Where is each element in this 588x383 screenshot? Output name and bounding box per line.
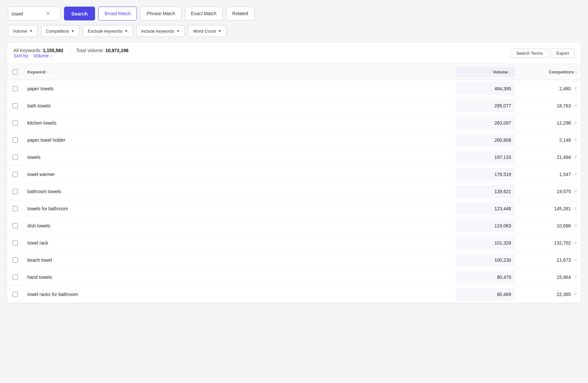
all-keywords-value: 1,155,582 — [43, 48, 63, 53]
search-button[interactable]: Search — [64, 7, 95, 20]
search-input[interactable] — [12, 11, 45, 16]
clear-icon[interactable]: ✕ — [46, 11, 50, 17]
sort-value: Volume — [33, 53, 49, 58]
divider: | — [69, 48, 71, 53]
volume-cell: 263,097 — [456, 116, 515, 130]
keyword-cell: bathroom towels — [23, 185, 456, 198]
table-row: towels for bathroom 123,448 145,261 ↗ — [7, 200, 581, 217]
competitors-sort-icon: ↕ — [575, 70, 577, 74]
table-row: kitchen towels 263,097 12,298 ↗ — [7, 114, 581, 132]
keyword-cell: towels for bathroom — [23, 202, 456, 215]
exclude-keywords-label: Exclude keywords — [88, 29, 122, 34]
external-link-icon[interactable]: ↗ — [573, 137, 577, 142]
summary-row: All Keywords: 1,155,582 | Total Volume: … — [7, 43, 581, 64]
row-checkbox-cell — [7, 288, 23, 301]
row-checkbox[interactable] — [13, 223, 18, 228]
row-checkbox-cell — [7, 185, 23, 198]
external-link-icon[interactable]: ↗ — [573, 275, 577, 280]
summary-actions: Search Terms Export — [510, 48, 574, 58]
total-volume-label: Total Volume: — [76, 48, 104, 53]
row-checkbox-cell — [7, 133, 23, 147]
row-checkbox[interactable] — [13, 292, 18, 297]
competitors-chevron-icon: ▼ — [71, 29, 75, 33]
row-checkbox[interactable] — [13, 120, 18, 126]
word-count-label: Word Count — [193, 29, 216, 34]
keyword-cell: towel warmer — [23, 168, 456, 181]
exclude-keywords-filter[interactable]: Exclude keywords ▼ — [83, 25, 133, 37]
keyword-col-header[interactable]: Keyword ↕ — [23, 67, 456, 77]
competitors-cell: 21,494 ↗ — [515, 151, 581, 164]
external-link-icon[interactable]: ↗ — [573, 155, 577, 160]
keyword-col-label: Keyword — [27, 70, 46, 74]
table-row: towel racks for bathroom 80,469 22,365 ↗ — [7, 286, 581, 303]
row-checkbox[interactable] — [13, 275, 18, 280]
volume-filter[interactable]: Volume ▼ — [8, 25, 38, 37]
volume-cell: 176,519 — [456, 168, 515, 181]
keyword-cell: towel racks for bathroom — [23, 288, 456, 301]
row-checkbox[interactable] — [13, 86, 18, 91]
include-keywords-filter[interactable]: Include keywords ▼ — [136, 25, 185, 37]
row-checkbox-cell — [7, 99, 23, 112]
row-checkbox-cell — [7, 236, 23, 250]
competitors-cell: 2,480 ↗ — [515, 82, 581, 95]
row-checkbox[interactable] — [13, 240, 18, 246]
select-all-checkbox[interactable] — [13, 69, 18, 74]
table-row: towel rack 101,329 132,702 ↗ — [7, 234, 581, 251]
competitors-cell: 1,547 ↗ — [515, 168, 581, 181]
external-link-icon[interactable]: ↗ — [573, 86, 577, 91]
external-link-icon[interactable]: ↗ — [573, 172, 577, 177]
row-checkbox[interactable] — [13, 103, 18, 108]
table-row: towel warmer 176,519 1,547 ↗ — [7, 166, 581, 183]
external-link-icon[interactable]: ↗ — [573, 240, 577, 245]
keyword-sort-icon: ↕ — [47, 70, 49, 74]
row-checkbox[interactable] — [13, 189, 18, 194]
word-count-filter[interactable]: Word Count ▼ — [188, 25, 226, 37]
volume-col-label: Volume — [493, 70, 508, 74]
external-link-icon[interactable]: ↗ — [573, 120, 577, 125]
volume-cell: 139,621 — [456, 185, 515, 198]
external-link-icon[interactable]: ↗ — [573, 103, 577, 108]
row-checkbox-cell — [7, 116, 23, 130]
external-link-icon[interactable]: ↗ — [573, 206, 577, 211]
competitors-filter[interactable]: Competitors ▼ — [41, 25, 80, 37]
broad-match-button[interactable]: Broad Match — [98, 7, 137, 20]
volume-col-header[interactable]: Volume ↓ — [456, 67, 515, 77]
volume-cell: 260,808 — [456, 133, 515, 147]
content-area: All Keywords: 1,155,582 | Total Volume: … — [7, 42, 581, 303]
search-box: ✕ — [8, 7, 61, 20]
row-checkbox-cell — [7, 151, 23, 164]
include-keywords-label: Include keywords — [141, 29, 174, 34]
table-row: hand towels 80,479 15,964 ↗ — [7, 269, 581, 286]
competitors-cell: 18,763 ↗ — [515, 99, 581, 112]
row-checkbox[interactable] — [13, 137, 18, 143]
external-link-icon[interactable]: ↗ — [573, 257, 577, 262]
external-link-icon[interactable]: ↗ — [573, 189, 577, 194]
row-checkbox-cell — [7, 82, 23, 95]
keyword-cell: bath towels — [23, 99, 456, 112]
phrase-match-button[interactable]: Phrase Match — [140, 7, 181, 20]
row-checkbox-cell — [7, 253, 23, 267]
volume-filter-label: Volume — [13, 29, 27, 34]
volume-cell: 100,230 — [456, 253, 515, 267]
sort-link[interactable]: Sort by: Volume ↓ — [14, 53, 510, 58]
row-checkbox[interactable] — [13, 257, 18, 263]
row-checkbox[interactable] — [13, 172, 18, 177]
exact-match-button[interactable]: Exact Match — [185, 7, 223, 20]
volume-cell: 484,395 — [456, 82, 515, 95]
table-row: towels 197,133 21,494 ↗ — [7, 149, 581, 166]
keyword-cell: hand towels — [23, 271, 456, 284]
competitors-col-header[interactable]: Competitors ↕ — [515, 67, 581, 77]
external-link-icon[interactable]: ↗ — [573, 223, 577, 228]
competitors-cell: 12,298 ↗ — [515, 116, 581, 130]
external-link-icon[interactable]: ↗ — [573, 292, 577, 297]
competitors-cell: 22,365 ↗ — [515, 288, 581, 301]
row-checkbox[interactable] — [13, 206, 18, 211]
table-row: paper towel holder 260,808 2,148 ↗ — [7, 132, 581, 149]
related-button[interactable]: Related — [226, 7, 254, 20]
search-terms-button[interactable]: Search Terms — [510, 48, 548, 58]
volume-cell: 80,479 — [456, 271, 515, 284]
competitors-cell: 10,698 ↗ — [515, 219, 581, 232]
row-checkbox[interactable] — [13, 155, 18, 160]
export-button[interactable]: Export — [551, 48, 574, 58]
volume-cell: 80,469 — [456, 288, 515, 301]
